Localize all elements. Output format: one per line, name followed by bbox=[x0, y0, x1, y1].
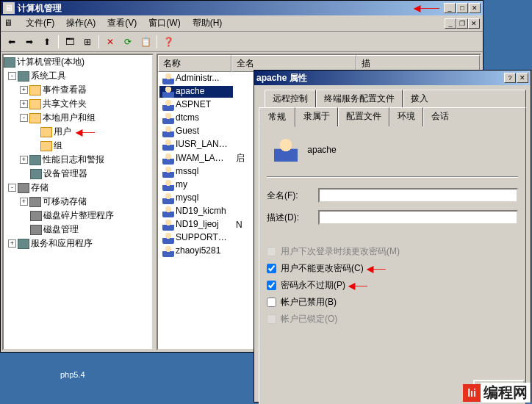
tab-dial[interactable]: 拨入 bbox=[403, 90, 526, 107]
collapse-icon[interactable]: - bbox=[8, 72, 16, 80]
menu-operate[interactable]: 操作(A) bbox=[60, 15, 101, 31]
tree-system-tools[interactable]: - 系统工具 bbox=[4, 69, 152, 83]
col-name[interactable]: 名称 bbox=[158, 55, 231, 72]
refresh-button[interactable]: ⟳ bbox=[120, 34, 136, 50]
tree-label: 计算机管理(本地) bbox=[17, 56, 85, 68]
tree-users[interactable]: 用户 ◀── bbox=[4, 125, 152, 139]
description-input[interactable] bbox=[318, 210, 518, 225]
check-disabled-label: 帐户已禁用(B) bbox=[281, 296, 337, 309]
fullname-input[interactable] bbox=[318, 188, 518, 203]
mmc-icon: 🖥 bbox=[4, 18, 15, 29]
expand-icon[interactable]: + bbox=[20, 198, 28, 206]
check-locked-box bbox=[267, 314, 276, 324]
annotation-arrow: ◀── bbox=[348, 281, 367, 291]
user-icon bbox=[162, 232, 174, 244]
expand-icon[interactable]: + bbox=[20, 156, 28, 164]
tree-panel[interactable]: 计算机管理(本地) - 系统工具 + 事件查看器 + 共享文件夹 - 本地用户和… bbox=[2, 54, 154, 350]
list-cell-name: ASPNET bbox=[159, 99, 233, 111]
menu-file[interactable]: 文件(F) bbox=[20, 15, 60, 31]
child-close-button[interactable]: ✕ bbox=[468, 18, 480, 29]
menu-window[interactable]: 窗口(W) bbox=[143, 15, 186, 31]
view-button[interactable]: ⊞ bbox=[79, 34, 96, 50]
tree-device-manager[interactable]: 设备管理器 bbox=[4, 167, 152, 181]
collapse-icon[interactable]: - bbox=[8, 184, 16, 192]
tree-shared-folders[interactable]: + 共享文件夹 bbox=[4, 97, 152, 111]
titlebar[interactable]: 🖥 计算机管理 ◀─── _ □ ✕ bbox=[1, 1, 483, 15]
watermark-text: 编程网 bbox=[481, 383, 531, 403]
child-restore-button[interactable]: ❐ bbox=[456, 18, 468, 29]
maximize-button[interactable]: □ bbox=[456, 3, 468, 13]
check-cannot-change-box[interactable] bbox=[267, 264, 276, 273]
check-disabled-box[interactable] bbox=[267, 297, 276, 307]
help-button[interactable]: ❓ bbox=[160, 34, 176, 50]
delete-button[interactable]: ✕ bbox=[102, 34, 118, 50]
tree-services-apps[interactable]: + 服务和应用程序 bbox=[4, 237, 152, 250]
user-icon bbox=[162, 219, 174, 231]
tab-session[interactable]: 会话 bbox=[423, 107, 526, 126]
expand-icon[interactable]: + bbox=[8, 239, 16, 248]
check-disabled[interactable]: 帐户已禁用(B) bbox=[267, 296, 518, 309]
dialog-title: apache 属性 bbox=[256, 72, 504, 84]
check-cannot-change[interactable]: 用户不能更改密码(C) ◀── bbox=[267, 262, 518, 275]
list-cell-name: mysql bbox=[159, 192, 233, 204]
list-button[interactable]: 📋 bbox=[137, 34, 154, 50]
collapse-icon[interactable]: - bbox=[20, 114, 28, 122]
tree-event-viewer[interactable]: + 事件查看器 bbox=[4, 83, 152, 97]
tab-row-back: 远程控制 终端服务配置文件 拨入 bbox=[265, 90, 526, 107]
minimize-button[interactable]: _ bbox=[444, 3, 456, 13]
tree-perf-logs[interactable]: + 性能日志和警报 bbox=[4, 153, 152, 167]
properties-button[interactable]: 🗔 bbox=[62, 34, 78, 50]
tab-terminal[interactable]: 终端服务配置文件 bbox=[316, 90, 403, 107]
dialog-titlebar[interactable]: apache 属性 ? ✕ bbox=[254, 71, 531, 85]
list-cell-name: SUPPORT_3... bbox=[159, 232, 233, 244]
computer-icon bbox=[4, 57, 15, 68]
user-icon bbox=[162, 126, 174, 137]
folder-icon bbox=[29, 99, 41, 109]
tree-label: 用户 bbox=[54, 126, 71, 138]
tab-profile[interactable]: 配置文件 bbox=[338, 107, 389, 126]
menu-help[interactable]: 帮助(H) bbox=[187, 15, 229, 31]
description-row: 描述(D): bbox=[267, 210, 518, 225]
up-button[interactable]: ⬆ bbox=[39, 34, 55, 50]
dialog-close-button[interactable]: ✕ bbox=[517, 73, 528, 83]
dialog-help-button[interactable]: ? bbox=[504, 73, 516, 83]
tree-label: 事件查看器 bbox=[43, 84, 87, 96]
tab-member[interactable]: 隶属于 bbox=[295, 107, 338, 126]
tab-remote[interactable]: 远程控制 bbox=[265, 90, 316, 107]
tree-storage[interactable]: - 存储 bbox=[4, 181, 152, 195]
tab-general[interactable]: 常规 bbox=[259, 107, 295, 127]
check-never-expire[interactable]: 密码永不过期(P) ◀── bbox=[267, 279, 518, 292]
user-icon bbox=[162, 245, 174, 257]
menu-view[interactable]: 查看(V) bbox=[101, 15, 143, 31]
user-icon bbox=[162, 192, 174, 204]
tree-local-users-groups[interactable]: - 本地用户和组 bbox=[4, 111, 152, 125]
expand-icon[interactable]: + bbox=[20, 86, 28, 94]
list-cell-name: mssql bbox=[159, 166, 233, 178]
tab-content-general: apache 全名(F): 描述(D): 用户下次登录时须更改密码(M) 用户不… bbox=[259, 126, 526, 404]
tree-disk-management[interactable]: 磁盘管理 bbox=[4, 223, 152, 237]
removable-icon bbox=[29, 197, 41, 207]
child-minimize-button[interactable]: _ bbox=[445, 18, 456, 29]
list-cell-name: IUSR_LAND... bbox=[159, 139, 233, 151]
user-icon bbox=[162, 166, 174, 178]
forward-button[interactable]: ➡ bbox=[21, 34, 37, 50]
tab-env[interactable]: 环境 bbox=[389, 107, 423, 126]
list-cell-name: ND19_ljeoj bbox=[159, 219, 233, 231]
tree-label: 可移动存储 bbox=[43, 195, 87, 208]
app-icon: 🖥 bbox=[3, 2, 15, 14]
user-icon bbox=[162, 206, 174, 217]
services-icon bbox=[18, 239, 29, 249]
check-locked-label: 帐户已锁定(O) bbox=[281, 313, 337, 325]
check-never-expire-box[interactable] bbox=[267, 281, 276, 290]
tree-label: 存储 bbox=[31, 181, 48, 194]
check-locked: 帐户已锁定(O) bbox=[267, 313, 518, 325]
tree-disk-defrag[interactable]: 磁盘碎片整理程序 bbox=[4, 209, 152, 223]
close-button[interactable]: ✕ bbox=[469, 3, 481, 13]
tree-groups[interactable]: 组 bbox=[4, 139, 152, 153]
tree-root[interactable]: 计算机管理(本地) bbox=[4, 55, 152, 69]
expand-icon[interactable]: + bbox=[20, 100, 28, 108]
check-never-expire-label: 密码永不过期(P) bbox=[281, 279, 345, 292]
list-cell-name: dtcms bbox=[159, 112, 233, 124]
back-button[interactable]: ⬅ bbox=[4, 34, 20, 50]
tree-removable-storage[interactable]: + 可移动存储 bbox=[4, 195, 152, 209]
